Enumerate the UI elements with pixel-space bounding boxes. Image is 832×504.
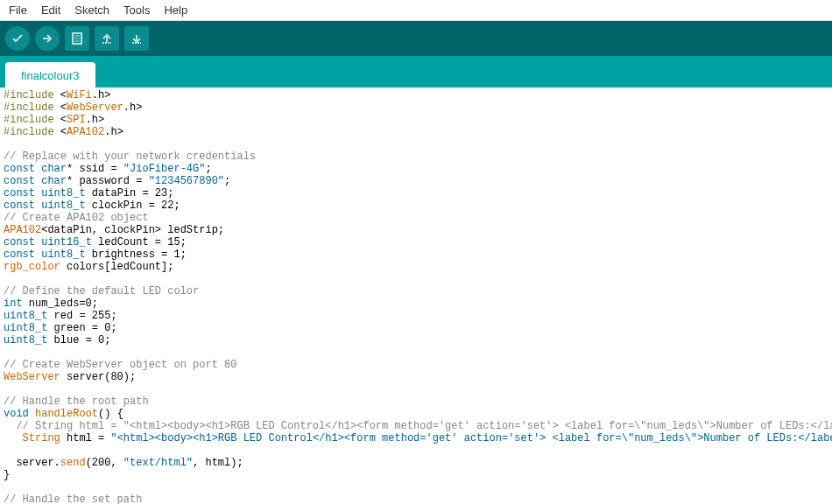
open-button[interactable] (95, 26, 119, 51)
code-comment: // String html = "<html><body><h1>RGB LE… (4, 420, 832, 432)
code-token: const (4, 200, 35, 212)
code-token: WebServer (4, 371, 60, 383)
code-token: uint8_t (35, 248, 86, 261)
verify-button[interactable] (5, 26, 30, 51)
code-token: () { (98, 408, 123, 420)
code-token (29, 408, 35, 420)
code-token: char (35, 175, 67, 187)
code-token: .h> (92, 89, 111, 102)
code-token: uint8_t (4, 310, 47, 322)
code-token: #include (4, 126, 54, 138)
code-token: "1234567890" (149, 175, 224, 187)
code-token: .h> (123, 102, 143, 114)
code-token: server(80); (60, 371, 136, 383)
toolbar (0, 21, 832, 56)
code-token: int (4, 298, 23, 310)
code-token: WebServer (67, 102, 123, 114)
code-comment: // Replace with your network credentials (4, 150, 256, 163)
arrow-down-icon (130, 32, 144, 46)
code-token: APA102 (67, 126, 104, 138)
code-token: ledCount = 15; (92, 236, 187, 248)
code-token: send (60, 457, 86, 469)
code-token: const (4, 163, 35, 175)
menu-sketch[interactable]: Sketch (69, 2, 115, 18)
code-token: #include (4, 114, 54, 126)
tab-sketch[interactable]: finalcolour3 (5, 62, 95, 88)
save-button[interactable] (124, 26, 149, 51)
code-token: < (54, 89, 67, 102)
file-icon (70, 32, 84, 46)
code-token: } (4, 469, 10, 481)
arrow-right-icon (40, 32, 54, 46)
menu-help[interactable]: Help (159, 2, 193, 18)
code-comment: // Create APA102 object (4, 212, 149, 224)
code-token: void (4, 408, 29, 420)
code-token: brightness = 1; (86, 248, 187, 261)
code-token: < (54, 102, 67, 114)
code-token: html = (60, 432, 111, 444)
code-token: handleRoot (35, 408, 98, 420)
code-token: APA102 (4, 224, 41, 236)
code-token: char (35, 163, 67, 175)
code-token: ; (224, 175, 230, 187)
code-token: uint8_t (4, 334, 47, 346)
arrow-up-icon (100, 32, 114, 46)
new-button[interactable] (65, 26, 89, 51)
code-token: const (4, 248, 35, 261)
code-token: <dataPin, clockPin> ledStrip; (41, 224, 224, 236)
check-icon (11, 32, 25, 46)
menu-tools[interactable]: Tools (118, 2, 155, 18)
code-comment: // Define the default LED color (4, 285, 199, 298)
code-comment: // Handle the root path (4, 396, 149, 408)
code-token: WiFi (67, 89, 92, 102)
menu-bar: File Edit Sketch Tools Help (0, 0, 832, 21)
code-token: #include (4, 89, 54, 102)
upload-button[interactable] (35, 26, 60, 51)
code-token: const (4, 187, 35, 200)
code-token: < (54, 114, 67, 126)
code-token: "JioFiber-4G" (123, 163, 206, 175)
code-token: * password = (67, 175, 149, 187)
code-token: red = 255; (47, 310, 116, 322)
code-token: .h> (104, 126, 123, 138)
code-token: uint8_t (35, 187, 86, 200)
code-token: ; (205, 163, 211, 175)
menu-edit[interactable]: Edit (36, 2, 66, 18)
code-token: String (23, 432, 60, 444)
code-token: #include (4, 102, 54, 114)
code-token: colors[ledCount]; (60, 261, 174, 273)
code-token: uint16_t (35, 236, 92, 248)
code-token: dataPin = 23; (86, 187, 174, 200)
code-comment: // Handle the set path (4, 494, 142, 504)
tab-bar: finalcolour3 (0, 56, 832, 88)
code-editor[interactable]: #include <WiFi.h> #include <WebServer.h>… (0, 88, 832, 504)
code-token: < (54, 126, 67, 138)
code-token: SPI (67, 114, 86, 126)
menu-file[interactable]: File (4, 2, 32, 18)
code-token: blue = 0; (47, 334, 110, 346)
code-token: num_leds=0; (23, 298, 98, 310)
code-token: rgb_color (4, 261, 60, 273)
code-token: clockPin = 22; (86, 200, 180, 212)
code-token: .h> (86, 114, 105, 126)
code-comment: // Create WebServer object on port 80 (4, 359, 236, 371)
code-token: const (4, 175, 35, 187)
code-token: green = 0; (47, 322, 116, 334)
code-token: "text/html" (123, 457, 193, 469)
code-token: server. (4, 457, 60, 469)
code-token (4, 432, 23, 444)
code-token: , html); (193, 457, 243, 469)
code-token: (200, (86, 457, 123, 469)
code-token: const (4, 236, 35, 248)
code-token: * ssid = (67, 163, 123, 175)
code-token: uint8_t (4, 322, 47, 334)
code-token: "<html><body><h1>RGB LED Control</h1><fo… (110, 432, 832, 444)
code-token: uint8_t (35, 200, 86, 212)
